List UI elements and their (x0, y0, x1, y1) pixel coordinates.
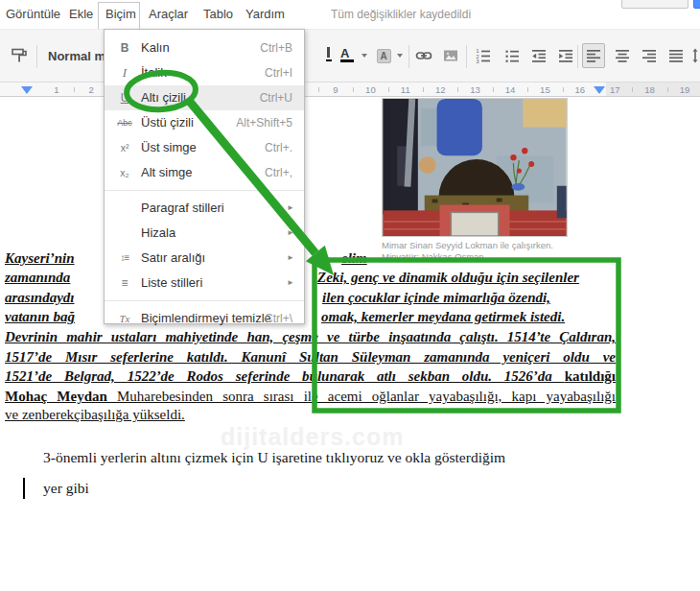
line-spacing-button[interactable] (688, 43, 700, 68)
ruler-tick (563, 87, 564, 92)
submenu-arrow-icon: ► (287, 246, 294, 271)
ruler-number: 12 (435, 84, 446, 95)
toolbar-separator (36, 45, 37, 68)
menu-item-shortcut: Ctrl+I (265, 60, 292, 85)
right-indent-marker[interactable] (594, 86, 605, 94)
align-center-button[interactable] (611, 43, 634, 68)
text-color-button[interactable]: A (336, 43, 359, 68)
menu-item-shortcut: Ctrl+. (265, 135, 292, 160)
submenu-arrow-icon: ► (287, 271, 294, 296)
menu-item-align[interactable]: Hizala ► (105, 221, 304, 246)
ruler-number: 15 (540, 84, 550, 95)
list-styles-icon: ≡ (114, 271, 135, 296)
format-menu: B Kalın Ctrl+B I İtalik Ctrl+I U Altı çi… (104, 29, 305, 324)
italic-icon: I (114, 60, 135, 85)
body-text: Zeki, genç ve dinamik olduğu için seçile… (317, 270, 579, 286)
body-line: 1521’de Belgrad, 1522’de Rodos seferinde… (5, 367, 616, 385)
menu-item-label: Biçimlendirmeyi temizle (141, 306, 271, 331)
menu-item-bold[interactable]: B Kalın Ctrl+B (105, 35, 304, 60)
justify-icon (667, 47, 685, 64)
highlight-color-icon: A (377, 49, 391, 63)
menu-item-italic[interactable]: I İtalik Ctrl+I (105, 60, 304, 85)
paint-format-button[interactable] (8, 43, 31, 68)
highlight-color-button[interactable]: A (372, 43, 395, 68)
bulleted-list-button[interactable] (501, 43, 524, 68)
ruler-number: 19 (680, 84, 690, 95)
menu-item-label: Kalın (141, 35, 170, 60)
insert-link-button[interactable] (412, 43, 435, 68)
menu-item-line-spacing[interactable]: ↕≡ Satır aralığı ► (105, 246, 304, 271)
menu-yardim[interactable]: Yardım (245, 7, 285, 21)
menu-item-label: Satır aralığı (141, 246, 205, 271)
google-docs-window: Mimar Sinan Seyyid Lokman ile çalışırken… (0, 0, 700, 591)
menu-item-shortcut: Alt+Shift+5 (236, 110, 292, 135)
menu-item-strikethrough[interactable]: Abc Üstü çizili Alt+Shift+5 (105, 110, 304, 135)
menu-araclar[interactable]: Araçlar (149, 7, 188, 21)
menu-item-label: Üst simge (141, 135, 197, 160)
menu-item-shortcut: Ctrl+B (260, 35, 292, 60)
chevron-down-icon[interactable] (397, 54, 403, 58)
outdent-button[interactable] (527, 43, 550, 68)
menu-item-underline[interactable]: U Altı çizili Ctrl+U (105, 85, 304, 110)
numbered-list-button[interactable]: 1 2 3 (472, 43, 495, 68)
underline-icon (327, 47, 330, 58)
ruler-tick (353, 87, 354, 92)
align-left-icon (585, 47, 602, 64)
image-caption-line2: Minyatür: Nakkaş Osman (382, 251, 484, 262)
text-cursor (23, 478, 25, 499)
align-right-button[interactable] (638, 43, 661, 68)
underline-button-fragment[interactable] (326, 47, 332, 62)
body-text: Devrinin mahir ustaları mahiyetinde han,… (5, 329, 616, 344)
justify-button[interactable] (665, 43, 688, 68)
menu-item-superscript[interactable]: x² Üst simge Ctrl+. (105, 135, 304, 160)
menu-item-subscript[interactable]: x₂ Alt simge Ctrl+, (105, 160, 304, 185)
align-left-button[interactable] (582, 43, 605, 68)
link-icon (415, 47, 432, 64)
left-indent-marker[interactable] (21, 86, 33, 94)
note-line2: yer gibi (43, 480, 89, 497)
mimar-sinan-miniature-image[interactable] (382, 98, 568, 237)
menu-item-clear-formatting[interactable]: Tx Biçimlendirmeyi temizle Ctrl+\ (105, 306, 304, 331)
ruler-number: 17 (610, 84, 620, 95)
menu-item-label: Paragraf stilleri (141, 196, 224, 221)
ruler-number: 14 (505, 84, 516, 95)
menu-goruntule[interactable]: Görüntüle (6, 7, 60, 21)
menu-item-label: Hizala (141, 221, 175, 246)
body-text: vatanın bağ (5, 309, 75, 325)
toolbar-separator (408, 45, 409, 68)
menu-item-shortcut: Ctrl+U (260, 85, 292, 110)
toolbar-separator (577, 45, 578, 68)
share-button-partial[interactable] (693, 0, 700, 9)
ruler-number: 10 (365, 84, 376, 95)
numbered-list-icon: 1 2 3 (475, 47, 492, 64)
menu-item-list-styles[interactable]: ≡ Liste stilleri ► (105, 271, 304, 296)
indent-icon (557, 47, 574, 64)
subscript-icon: x₂ (114, 160, 135, 185)
body-text: ilen çocuklar içinde mimarlığa özendi, (322, 290, 550, 306)
comments-button-partial[interactable] (621, 0, 688, 9)
insert-image-button[interactable] (439, 43, 462, 68)
paint-format-icon (11, 47, 28, 64)
underline-icon: U (114, 85, 135, 110)
body-text: an (314, 250, 329, 267)
ruler-tick (423, 87, 424, 92)
svg-text:3: 3 (477, 59, 479, 64)
chevron-down-icon[interactable] (362, 54, 367, 58)
menu-item-shortcut: Ctrl+, (265, 160, 292, 185)
ruler-number: 1 (54, 84, 58, 95)
line-spacing-icon (691, 47, 700, 64)
ruler-tick (318, 87, 319, 92)
underline-icon (326, 59, 332, 61)
menu-item-label: İtalik (141, 60, 167, 85)
menu-tablo[interactable]: Tablo (203, 7, 233, 21)
indent-button[interactable] (554, 43, 577, 68)
align-center-icon (614, 47, 631, 64)
menu-item-label: Üstü çizili (141, 110, 194, 135)
image-caption-line1: Mimar Sinan Seyyid Lokman ile çalışırken… (382, 240, 553, 250)
menu-ekle[interactable]: Ekle (69, 7, 93, 21)
menu-bicim[interactable]: Biçim (105, 7, 136, 21)
menu-item-paragraph-styles[interactable]: Paragraf stilleri ► (105, 196, 304, 221)
ruler-number: 2 (89, 84, 94, 95)
body-text: ve zenberekçibaşılığa yükseldi. (5, 407, 185, 423)
note-line1: 3-önemli yerlerin altını çizmek için U i… (43, 449, 505, 466)
